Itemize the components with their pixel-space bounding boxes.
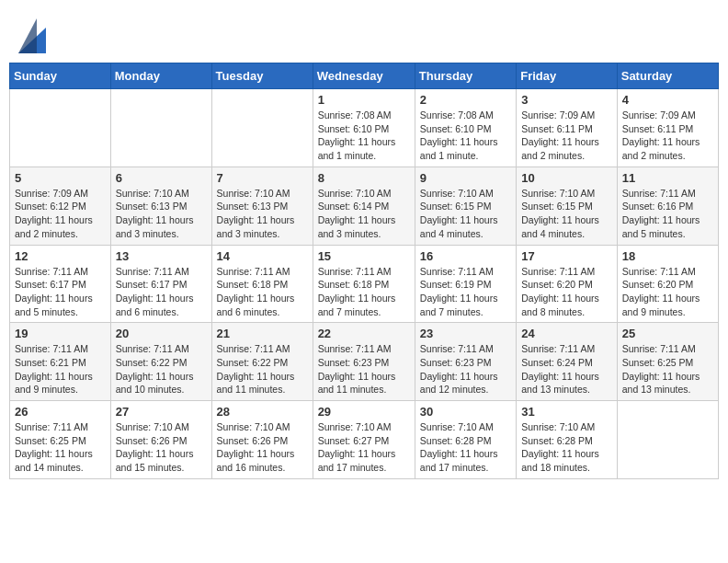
calendar-cell: 5Sunrise: 7:09 AM Sunset: 6:12 PM Daylig… [10, 167, 111, 245]
day-info: Sunrise: 7:08 AM Sunset: 6:10 PM Dayligh… [420, 109, 511, 163]
day-info: Sunrise: 7:10 AM Sunset: 6:28 PM Dayligh… [420, 420, 511, 475]
day-info: Sunrise: 7:10 AM Sunset: 6:13 PM Dayligh… [217, 187, 308, 241]
day-number: 12 [15, 249, 106, 263]
day-number: 31 [521, 405, 612, 419]
day-info: Sunrise: 7:11 AM Sunset: 6:18 PM Dayligh… [217, 265, 308, 319]
calendar-cell: 27Sunrise: 7:10 AM Sunset: 6:26 PM Dayli… [110, 401, 211, 479]
day-number: 27 [116, 405, 207, 419]
calendar-cell: 19Sunrise: 7:11 AM Sunset: 6:21 PM Dayli… [10, 323, 111, 401]
calendar-cell: 2Sunrise: 7:08 AM Sunset: 6:10 PM Daylig… [415, 89, 516, 167]
day-number: 8 [318, 171, 410, 185]
calendar-cell: 17Sunrise: 7:11 AM Sunset: 6:20 PM Dayli… [517, 245, 618, 323]
weekday-header-sunday: Sunday [10, 63, 111, 89]
calendar-cell: 31Sunrise: 7:10 AM Sunset: 6:28 PM Dayli… [517, 401, 618, 479]
calendar-cell: 9Sunrise: 7:10 AM Sunset: 6:15 PM Daylig… [415, 167, 516, 245]
day-info: Sunrise: 7:08 AM Sunset: 6:10 PM Dayligh… [318, 109, 410, 163]
calendar-cell: 30Sunrise: 7:10 AM Sunset: 6:28 PM Dayli… [415, 401, 516, 479]
day-number: 19 [15, 327, 106, 340]
calendar-cell: 24Sunrise: 7:11 AM Sunset: 6:24 PM Dayli… [517, 323, 618, 401]
day-number: 17 [521, 249, 612, 263]
day-number: 29 [318, 405, 410, 419]
calendar-cell [617, 401, 718, 479]
day-info: Sunrise: 7:11 AM Sunset: 6:23 PM Dayligh… [318, 342, 410, 396]
day-number: 7 [217, 171, 308, 185]
day-info: Sunrise: 7:10 AM Sunset: 6:13 PM Dayligh… [116, 187, 207, 241]
weekday-header-tuesday: Tuesday [211, 63, 313, 89]
day-number: 10 [521, 171, 612, 185]
day-info: Sunrise: 7:11 AM Sunset: 6:20 PM Dayligh… [521, 265, 612, 319]
day-info: Sunrise: 7:11 AM Sunset: 6:25 PM Dayligh… [622, 342, 713, 396]
day-info: Sunrise: 7:09 AM Sunset: 6:11 PM Dayligh… [521, 109, 612, 163]
logo-icon [18, 18, 46, 53]
calendar-week-4: 19Sunrise: 7:11 AM Sunset: 6:21 PM Dayli… [10, 323, 719, 401]
calendar-table: SundayMondayTuesdayWednesdayThursdayFrid… [9, 63, 719, 479]
day-number: 2 [420, 93, 511, 107]
day-info: Sunrise: 7:11 AM Sunset: 6:21 PM Dayligh… [15, 342, 106, 396]
day-number: 26 [15, 405, 106, 419]
calendar-cell: 14Sunrise: 7:11 AM Sunset: 6:18 PM Dayli… [211, 245, 313, 323]
calendar-cell: 8Sunrise: 7:10 AM Sunset: 6:14 PM Daylig… [313, 167, 415, 245]
day-info: Sunrise: 7:11 AM Sunset: 6:18 PM Dayligh… [318, 265, 410, 319]
day-number: 6 [116, 171, 207, 185]
day-info: Sunrise: 7:11 AM Sunset: 6:17 PM Dayligh… [116, 265, 207, 319]
calendar-cell: 22Sunrise: 7:11 AM Sunset: 6:23 PM Dayli… [313, 323, 415, 401]
calendar-cell: 25Sunrise: 7:11 AM Sunset: 6:25 PM Dayli… [617, 323, 718, 401]
calendar-cell [10, 89, 111, 167]
calendar-week-3: 12Sunrise: 7:11 AM Sunset: 6:17 PM Dayli… [10, 245, 719, 323]
calendar-week-5: 26Sunrise: 7:11 AM Sunset: 6:25 PM Dayli… [10, 401, 719, 479]
day-number: 23 [420, 327, 511, 340]
day-info: Sunrise: 7:10 AM Sunset: 6:14 PM Dayligh… [318, 187, 410, 241]
logo [18, 18, 46, 53]
day-number: 3 [521, 93, 612, 107]
day-number: 13 [116, 249, 207, 263]
day-info: Sunrise: 7:11 AM Sunset: 6:24 PM Dayligh… [521, 342, 612, 396]
day-info: Sunrise: 7:11 AM Sunset: 6:20 PM Dayligh… [622, 265, 713, 319]
weekday-header-thursday: Thursday [415, 63, 516, 89]
day-info: Sunrise: 7:11 AM Sunset: 6:16 PM Dayligh… [622, 187, 713, 241]
calendar-cell: 4Sunrise: 7:09 AM Sunset: 6:11 PM Daylig… [617, 89, 718, 167]
day-number: 21 [217, 327, 308, 340]
day-number: 9 [420, 171, 511, 185]
day-number: 4 [622, 93, 713, 107]
day-info: Sunrise: 7:11 AM Sunset: 6:17 PM Dayligh… [15, 265, 106, 319]
calendar-cell: 7Sunrise: 7:10 AM Sunset: 6:13 PM Daylig… [211, 167, 313, 245]
day-info: Sunrise: 7:10 AM Sunset: 6:27 PM Dayligh… [318, 420, 410, 475]
calendar-cell: 29Sunrise: 7:10 AM Sunset: 6:27 PM Dayli… [313, 401, 415, 479]
day-number: 1 [318, 93, 410, 107]
day-info: Sunrise: 7:10 AM Sunset: 6:26 PM Dayligh… [116, 420, 207, 475]
calendar-cell: 13Sunrise: 7:11 AM Sunset: 6:17 PM Dayli… [110, 245, 211, 323]
day-number: 24 [521, 327, 612, 340]
weekday-header-wednesday: Wednesday [313, 63, 415, 89]
day-number: 16 [420, 249, 511, 263]
calendar-cell: 20Sunrise: 7:11 AM Sunset: 6:22 PM Dayli… [110, 323, 211, 401]
page-header [9, 9, 719, 58]
day-info: Sunrise: 7:10 AM Sunset: 6:15 PM Dayligh… [521, 187, 612, 241]
calendar-week-1: 1Sunrise: 7:08 AM Sunset: 6:10 PM Daylig… [10, 89, 719, 167]
day-number: 18 [622, 249, 713, 263]
calendar-cell: 18Sunrise: 7:11 AM Sunset: 6:20 PM Dayli… [617, 245, 718, 323]
calendar-cell: 21Sunrise: 7:11 AM Sunset: 6:22 PM Dayli… [211, 323, 313, 401]
day-number: 5 [15, 171, 106, 185]
day-number: 14 [217, 249, 308, 263]
day-info: Sunrise: 7:11 AM Sunset: 6:22 PM Dayligh… [217, 342, 308, 396]
svg-marker-1 [18, 18, 37, 53]
weekday-header-row: SundayMondayTuesdayWednesdayThursdayFrid… [10, 63, 719, 89]
day-number: 25 [622, 327, 713, 340]
day-number: 15 [318, 249, 410, 263]
day-info: Sunrise: 7:10 AM Sunset: 6:26 PM Dayligh… [217, 420, 308, 475]
calendar-cell: 6Sunrise: 7:10 AM Sunset: 6:13 PM Daylig… [110, 167, 211, 245]
calendar-cell: 23Sunrise: 7:11 AM Sunset: 6:23 PM Dayli… [415, 323, 516, 401]
calendar-cell: 1Sunrise: 7:08 AM Sunset: 6:10 PM Daylig… [313, 89, 415, 167]
calendar-cell: 28Sunrise: 7:10 AM Sunset: 6:26 PM Dayli… [211, 401, 313, 479]
weekday-header-monday: Monday [110, 63, 211, 89]
day-number: 28 [217, 405, 308, 419]
day-info: Sunrise: 7:09 AM Sunset: 6:12 PM Dayligh… [15, 187, 106, 241]
day-info: Sunrise: 7:11 AM Sunset: 6:23 PM Dayligh… [420, 342, 511, 396]
calendar-cell: 3Sunrise: 7:09 AM Sunset: 6:11 PM Daylig… [517, 89, 618, 167]
day-info: Sunrise: 7:10 AM Sunset: 6:15 PM Dayligh… [420, 187, 511, 241]
weekday-header-saturday: Saturday [617, 63, 718, 89]
day-info: Sunrise: 7:09 AM Sunset: 6:11 PM Dayligh… [622, 109, 713, 163]
calendar-cell [211, 89, 313, 167]
calendar-cell [110, 89, 211, 167]
calendar-cell: 15Sunrise: 7:11 AM Sunset: 6:18 PM Dayli… [313, 245, 415, 323]
